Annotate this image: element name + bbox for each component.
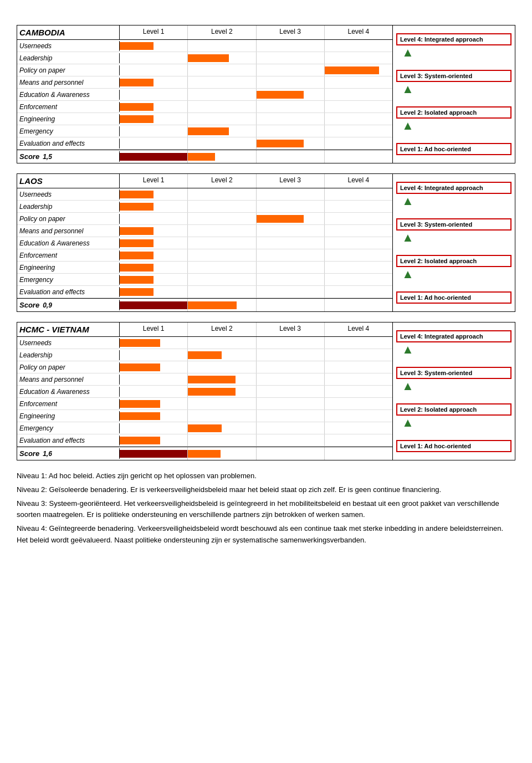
row-label: Engineering [17, 411, 120, 421]
chart-row: Policy on paper [17, 64, 392, 76]
legend-item-wrap: Level 1: Ad hoc-oriented [396, 142, 511, 156]
bar-cell [257, 201, 325, 212]
bar-cell [120, 101, 188, 112]
score-bar-cell [257, 150, 325, 163]
countries-container: CAMBODIALevel 1Level 2Level 3Level 4User… [17, 25, 515, 460]
bar-fill [325, 66, 379, 74]
bar-cell [188, 237, 256, 249]
chart-row: Emergency [17, 274, 392, 286]
up-arrow-icon: ▲ [402, 120, 414, 132]
level-col-header: Level 4 [325, 25, 392, 39]
score-bar-cell [188, 299, 256, 311]
chart-row: Education & Awareness [17, 89, 392, 101]
chart-row: Enforcement [17, 101, 392, 113]
bar-fill [257, 215, 304, 223]
row-label: Policy on paper [17, 362, 120, 372]
bar-cell [325, 89, 392, 100]
bar-cell [325, 386, 392, 397]
bar-fill [257, 140, 304, 147]
bars-area [120, 137, 392, 149]
bar-cell [120, 64, 188, 76]
bar-cell [120, 286, 188, 298]
bar-cell [325, 286, 392, 298]
row-label: Means and personnel [17, 78, 120, 88]
bars-area [120, 274, 392, 285]
legend-arrow-row: ▲ [396, 83, 511, 95]
row-label: Leadership [17, 53, 120, 63]
bar-cell [257, 410, 325, 422]
row-label: Evaluation and effects [17, 139, 120, 148]
bar-fill [120, 42, 154, 50]
legend-item-wrap: Level 3: System-oriented▲ [396, 69, 511, 95]
bar-cell [257, 386, 325, 397]
bar-cell [188, 349, 256, 361]
bar-cell [257, 434, 325, 446]
bar-cell [257, 125, 325, 137]
bar-cell [188, 76, 256, 88]
country-block-cambodia: CAMBODIALevel 1Level 2Level 3Level 4User… [17, 25, 515, 163]
bar-fill [120, 203, 154, 211]
bar-fill [120, 252, 154, 259]
bar-cell [257, 373, 325, 385]
score-bar-cell [120, 299, 188, 311]
footnote-4: Niveau 4: Geïntegreerde benadering. Verk… [17, 523, 515, 546]
bar-cell [325, 337, 392, 349]
bar-cell [257, 101, 325, 112]
bars-area [120, 213, 392, 224]
bar-cell [188, 373, 256, 385]
legend-arrow-row: ▲ [396, 417, 511, 429]
legend-item-wrap: Level 3: System-oriented▲ [396, 366, 511, 392]
bar-cell [188, 225, 256, 237]
chart-area-cambodia: CAMBODIALevel 1Level 2Level 3Level 4User… [17, 25, 393, 163]
bar-cell [257, 349, 325, 361]
bar-fill [188, 424, 222, 432]
bar-cell [120, 349, 188, 361]
legend-item: Level 1: Ad hoc-oriented [396, 440, 511, 452]
bars-area [120, 237, 392, 249]
bar-cell [257, 337, 325, 349]
legend-item: Level 1: Ad hoc-oriented [396, 143, 511, 155]
bar-cell [325, 213, 392, 224]
row-label: Enforcement [17, 250, 120, 260]
legend-item-wrap: Level 2: Isolated approach▲ [396, 105, 511, 132]
chart-row: Userneeds [17, 188, 392, 201]
row-label: Engineering [17, 263, 120, 273]
bar-cell [257, 89, 325, 100]
bar-cell [257, 237, 325, 249]
country-block-vietnam: HCMC - VIETNAMLevel 1Level 2Level 3Level… [17, 322, 515, 460]
chart-row: Means and personnel [17, 373, 392, 386]
legend-arrow-row: ▲ [396, 380, 511, 392]
score-bar-cell [325, 299, 392, 311]
legend-item: Level 3: System-oriented [396, 218, 511, 231]
bar-cell [188, 274, 256, 285]
bar-cell [325, 225, 392, 237]
row-label: Means and personnel [17, 375, 120, 385]
bar-cell [257, 213, 325, 224]
bar-cell [325, 201, 392, 212]
bar-cell [325, 237, 392, 249]
score-bar-cell [257, 447, 325, 460]
chart-row: Leadership [17, 349, 392, 361]
bar-cell [120, 361, 188, 373]
row-label: Evaluation and effects [17, 436, 120, 445]
country-name: HCMC - VIETNAM [17, 322, 120, 336]
chart-area-vietnam: HCMC - VIETNAMLevel 1Level 2Level 3Level… [17, 322, 393, 460]
bar-cell [257, 249, 325, 261]
bars-area [120, 410, 392, 422]
bar-cell [325, 262, 392, 273]
bars-area [120, 262, 392, 273]
bar-cell [120, 422, 188, 434]
bar-cell [257, 361, 325, 373]
legend-item-label: Level 3: System-oriented [400, 370, 508, 376]
bar-fill [188, 376, 236, 383]
legend-item: Level 4: Integrated approach [396, 330, 511, 342]
bar-cell [325, 274, 392, 285]
level-col-header: Level 3 [257, 174, 325, 188]
bar-cell [325, 101, 392, 112]
bar-fill [120, 79, 154, 86]
score-bar-dark [120, 301, 187, 309]
bar-cell [257, 422, 325, 434]
legend-item-wrap: Level 1: Ad hoc-oriented [396, 290, 511, 305]
level-col-header: Level 1 [120, 174, 188, 188]
bar-cell [325, 249, 392, 261]
